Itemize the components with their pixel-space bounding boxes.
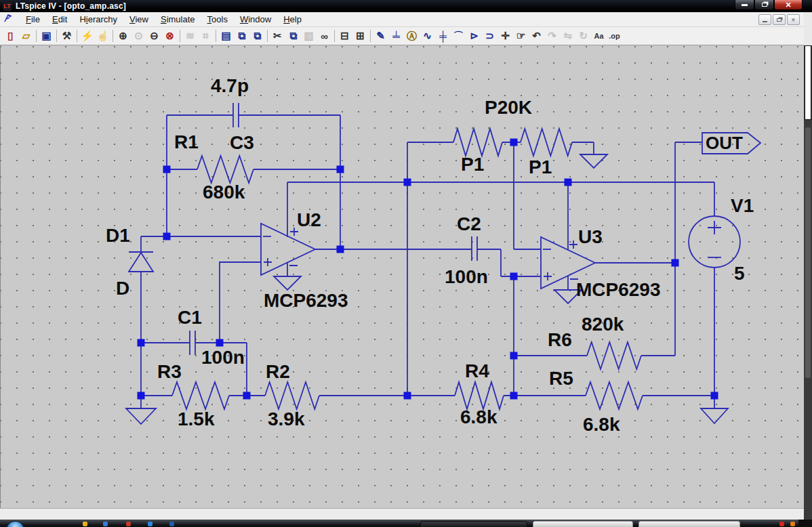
copy-button[interactable]: ⧉ <box>285 28 301 43</box>
autorange-y-button[interactable]: ≋ <box>182 28 198 43</box>
zoom-full-extents-button[interactable]: ⊗ <box>162 28 178 43</box>
ground-symbol-bottom-left[interactable] <box>126 408 156 424</box>
component-ref-v1[interactable]: V1 <box>731 196 754 215</box>
zoom-out-button[interactable]: ⊖ <box>146 28 162 43</box>
print-preview-button[interactable]: ⊞ <box>352 28 368 43</box>
resistor-r1[interactable] <box>167 156 340 183</box>
ground-symbol-bottom-right[interactable] <box>701 408 728 423</box>
schematic-canvas[interactable]: 4.7p R1 C3 680k P20K P1 P1 OUT D1 D U2 M… <box>0 45 804 508</box>
component-ref-u2[interactable]: U2 <box>297 211 321 230</box>
component-ref-c3[interactable]: C3 <box>230 133 254 152</box>
scrollbar-thumb[interactable] <box>805 127 811 378</box>
taskbar-window-button[interactable] <box>533 521 633 527</box>
zoom-back-button[interactable]: ⊙ <box>131 28 146 43</box>
place-component-button[interactable]: ⊃ <box>482 28 498 43</box>
menu-simulate[interactable]: Simulate <box>155 13 201 26</box>
place-label-button[interactable]: Ⓐ <box>404 28 420 43</box>
minimize-button[interactable] <box>735 0 754 10</box>
quicklaunch-icon[interactable] <box>169 522 174 526</box>
component-ref-d1[interactable]: D1 <box>106 226 130 245</box>
resistor-r6[interactable] <box>514 342 675 369</box>
quicklaunch-icon[interactable] <box>148 522 153 526</box>
component-value-r1[interactable]: 680k <box>203 183 245 202</box>
redo-button[interactable]: ↷ <box>544 28 560 43</box>
zoom-in-button[interactable]: ⊕ <box>115 28 131 43</box>
find-button[interactable]: ∞ <box>317 28 332 43</box>
resistor-r3[interactable] <box>141 382 247 409</box>
tray-icon[interactable] <box>779 522 784 526</box>
component-ref-r4[interactable]: R4 <box>465 362 489 381</box>
resistor-r4[interactable] <box>407 382 514 409</box>
component-value-c1[interactable]: 100n <box>201 348 245 367</box>
component-value-d1[interactable]: D <box>116 279 129 298</box>
control-panel-button[interactable]: ⚒ <box>59 28 75 43</box>
potentiometer-p20k[interactable] <box>407 129 594 156</box>
place-ground-button[interactable]: ╧ <box>388 28 404 43</box>
move-button[interactable]: ✛ <box>498 28 513 43</box>
run-button[interactable]: ⚡ <box>79 28 95 43</box>
menu-view[interactable]: View <box>123 13 155 26</box>
component-value-u2[interactable]: MCP6293 <box>264 291 348 310</box>
component-ref-r3[interactable]: R3 <box>157 362 182 381</box>
component-ref-p1-left[interactable]: P1 <box>461 155 484 174</box>
net-label-out[interactable]: OUT <box>706 134 743 152</box>
menu-hierarchy[interactable]: Hierarchy <box>73 13 123 26</box>
mirror-button[interactable]: ⇋ <box>560 28 575 43</box>
new-schematic-button[interactable]: ▯ <box>3 28 18 43</box>
undo-button[interactable]: ↶ <box>529 28 544 43</box>
ltspice-app-icon[interactable]: LT <box>3 2 12 11</box>
paste-button[interactable]: ▥ <box>301 28 317 43</box>
taskbar-window-button[interactable] <box>638 521 740 527</box>
component-value-pot[interactable]: P20K <box>485 98 532 117</box>
ground-symbol-pot[interactable] <box>580 154 607 168</box>
child-restore-button[interactable] <box>773 14 786 25</box>
place-capacitor-button[interactable]: ╪ <box>435 28 451 43</box>
component-ref-r2[interactable]: R2 <box>266 362 290 381</box>
ground-symbol-u2[interactable] <box>274 276 301 290</box>
cut-button[interactable]: ✂ <box>270 28 285 43</box>
component-value-c3[interactable]: 4.7p <box>211 77 249 96</box>
quicklaunch-icon[interactable] <box>103 522 108 526</box>
tile-horizontal-button[interactable]: ▤ <box>218 28 234 43</box>
component-ref-p1-right[interactable]: P1 <box>529 158 552 177</box>
child-minimize-button[interactable] <box>758 14 771 25</box>
place-inductor-button[interactable]: ⌒ <box>451 28 466 43</box>
component-value-r5[interactable]: 6.8k <box>583 415 620 434</box>
component-value-c2[interactable]: 100n <box>445 268 488 287</box>
text-button[interactable]: Aa <box>591 28 607 43</box>
schematic-document-icon[interactable] <box>3 13 14 26</box>
place-resistor-button[interactable]: ∿ <box>420 28 435 43</box>
quicklaunch-icon[interactable] <box>83 522 87 526</box>
resistor-r5[interactable] <box>514 382 714 409</box>
wire[interactable] <box>220 262 261 343</box>
drag-button[interactable]: ☞ <box>513 28 529 43</box>
component-value-u3[interactable]: MCP6293 <box>576 280 661 299</box>
save-button[interactable]: ▣ <box>39 28 54 43</box>
spice-directive-button[interactable]: .op <box>607 28 622 43</box>
component-ref-c1[interactable]: C1 <box>178 308 202 327</box>
menu-help[interactable]: Help <box>277 13 308 26</box>
open-file-button[interactable]: ▱ <box>18 28 34 43</box>
schematic-drawing[interactable] <box>1 45 804 508</box>
component-ref-c2[interactable]: C2 <box>457 215 481 234</box>
cascade-windows-button[interactable]: ⧉ <box>249 28 265 43</box>
component-value-r2[interactable]: 3.9k <box>268 410 305 429</box>
print-button[interactable]: ⊟ <box>337 28 352 43</box>
component-ref-u3[interactable]: U3 <box>578 228 603 247</box>
rotate-button[interactable]: ↻ <box>575 28 591 43</box>
menu-file[interactable]: File <box>20 13 46 26</box>
tray-icon[interactable] <box>790 522 795 526</box>
tile-vertical-button[interactable]: ⧉ <box>234 28 249 43</box>
component-value-r6[interactable]: 820k <box>582 315 624 334</box>
component-ref-r5[interactable]: R5 <box>549 369 573 388</box>
menu-tools[interactable]: Tools <box>201 13 234 26</box>
child-close-button[interactable]: × <box>787 14 800 25</box>
draw-wire-button[interactable]: ✎ <box>373 28 388 43</box>
restore-button[interactable] <box>754 0 774 10</box>
component-value-v1[interactable]: 5 <box>734 264 745 283</box>
resistor-r2[interactable] <box>247 382 407 409</box>
diode-d1[interactable] <box>129 236 153 343</box>
taskbar-window-button[interactable] <box>420 521 527 527</box>
capacitor-c3[interactable] <box>167 103 340 127</box>
component-ref-r1[interactable]: R1 <box>174 133 199 152</box>
